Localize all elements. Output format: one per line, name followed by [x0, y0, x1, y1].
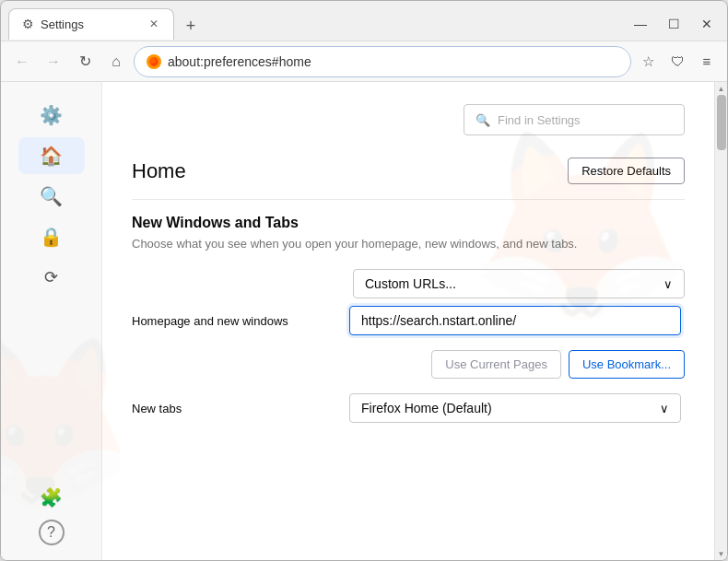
settings-tab-icon: ⚙ [20, 17, 35, 31]
scroll-track[interactable] [715, 95, 728, 547]
section-divider [132, 199, 685, 200]
new-tabs-label: New tabs [132, 402, 335, 415]
custom-urls-dropdown[interactable]: Custom URLs... ∨ [353, 269, 685, 298]
minimize-button[interactable]: — [628, 11, 653, 37]
settings-tab[interactable]: ⚙ Settings ✕ [8, 8, 174, 40]
new-tabs-dropdown[interactable]: Firefox Home (Default) ∨ [349, 393, 681, 423]
shield-button[interactable]: 🛡 [664, 49, 690, 75]
new-tabs-dropdown-label: Firefox Home (Default) [361, 401, 492, 415]
forward-button[interactable]: → [40, 48, 67, 76]
use-current-pages-button[interactable]: Use Current Pages [431, 350, 561, 379]
back-button[interactable]: ← [8, 48, 36, 76]
homepage-input[interactable] [349, 306, 681, 335]
scroll-down-arrow[interactable]: ▼ [715, 547, 728, 560]
custom-urls-label: Custom URLs... [365, 276, 456, 291]
restore-defaults-button[interactable]: Restore Defaults [568, 158, 685, 184]
tab-close-button[interactable]: ✕ [146, 16, 162, 32]
sidebar-item-extension[interactable]: 🧩 [18, 479, 85, 516]
use-bookmark-button[interactable]: Use Bookmark... [569, 350, 685, 379]
address-text: about:preferences#home [168, 54, 619, 69]
scrollbar[interactable]: ▲ ▼ [714, 82, 727, 560]
sidebar-item-settings[interactable]: ⚙️ [18, 97, 85, 134]
new-tabs-chevron-icon: ∨ [660, 402, 669, 415]
search-bar-wrapper: 🔍 Find in Settings [132, 104, 685, 135]
custom-urls-chevron: ∨ [663, 277, 673, 291]
search-icon: 🔍 [476, 113, 490, 127]
sidebar-item-sync[interactable]: ⟳ [18, 259, 85, 296]
close-button[interactable]: ✕ [694, 11, 720, 37]
nav-icons: ☆ 🛡 ≡ [635, 49, 720, 75]
new-tab-button[interactable]: + [178, 14, 204, 40]
settings-tab-title: Settings [41, 18, 140, 31]
find-in-settings-input[interactable]: 🔍 Find in Settings [464, 104, 685, 135]
new-tabs-controls: Firefox Home (Default) ∨ [349, 393, 685, 423]
homepage-label: Homepage and new windows [132, 314, 335, 328]
homepage-row: Homepage and new windows [132, 306, 685, 335]
maximize-button[interactable]: ☐ [661, 11, 687, 37]
find-placeholder: Find in Settings [498, 113, 581, 127]
content-area: ⚙️ 🏠 🔍 🔒 ⟳ 🧩 ? 🦊 🔍 Find in Settings Ho [1, 82, 727, 560]
section-header: Home Restore Defaults [132, 158, 685, 184]
new-tabs-row: New tabs Firefox Home (Default) ∨ [132, 393, 685, 423]
refresh-button[interactable]: ↻ [71, 48, 99, 76]
main-content: 🦊 🔍 Find in Settings Home Restore Defaul… [102, 82, 714, 560]
homepage-controls [349, 306, 685, 335]
title-bar: ⚙ Settings ✕ + — ☐ ✕ [1, 1, 727, 41]
window-controls: — ☐ ✕ [628, 11, 720, 37]
sidebar-item-home[interactable]: 🏠 [18, 137, 85, 174]
nav-bar: ← → ↻ ⌂ about:preferences#home ☆ 🛡 ≡ [1, 41, 727, 82]
page-title: Home [132, 159, 186, 183]
homepage-action-buttons: Use Current Pages Use Bookmark... [353, 350, 685, 379]
sidebar: ⚙️ 🏠 🔍 🔒 ⟳ 🧩 ? [1, 82, 102, 560]
firefox-logo [146, 53, 162, 70]
section-description: Choose what you see when you open your h… [132, 237, 685, 251]
scroll-thumb[interactable] [717, 95, 726, 150]
sidebar-item-privacy[interactable]: 🔒 [18, 218, 85, 255]
home-button[interactable]: ⌂ [102, 48, 130, 76]
address-bar[interactable]: about:preferences#home [134, 46, 631, 77]
section-title: New Windows and Tabs [132, 215, 685, 231]
menu-button[interactable]: ≡ [694, 49, 720, 75]
custom-urls-row: Custom URLs... ∨ [132, 269, 685, 298]
scroll-up-arrow[interactable]: ▲ [715, 82, 728, 95]
sidebar-item-search[interactable]: 🔍 [18, 178, 85, 215]
tab-strip: ⚙ Settings ✕ + [8, 8, 620, 40]
sidebar-item-help[interactable]: ? [39, 520, 65, 545]
bookmark-star-button[interactable]: ☆ [635, 49, 661, 75]
browser-window: ⚙ Settings ✕ + — ☐ ✕ ← → ↻ ⌂ about: [0, 0, 728, 561]
